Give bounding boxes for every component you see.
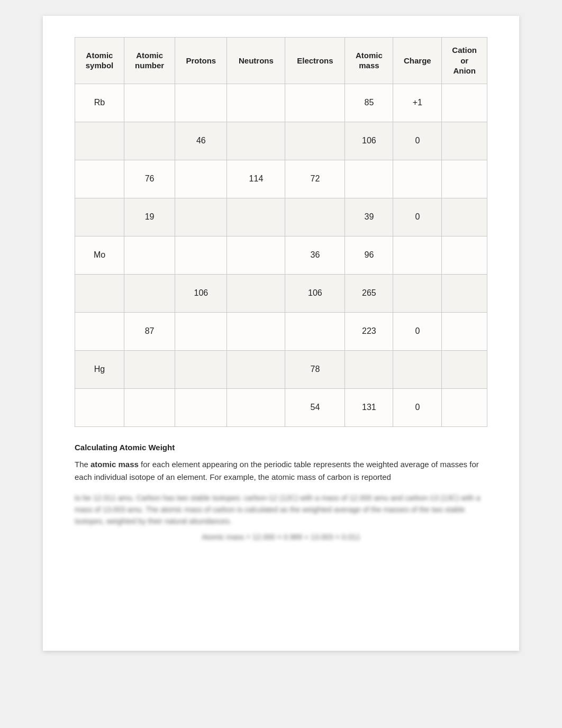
- cell-row4-col2: [175, 236, 227, 274]
- element-table: Atomicsymbol Atomicnumber Protons Neutro…: [75, 37, 487, 427]
- cell-row3-col5: 39: [345, 198, 393, 236]
- cell-row7-col4: 78: [285, 350, 345, 388]
- cell-row6-col5: 223: [345, 312, 393, 350]
- table-row: 541310: [75, 388, 487, 426]
- cell-row1-col6: 0: [393, 122, 442, 160]
- cell-row8-col4: 54: [285, 388, 345, 426]
- cell-row4-col6: [393, 236, 442, 274]
- cell-row1-col7: [442, 122, 487, 160]
- cell-row6-col2: [175, 312, 227, 350]
- cell-row0-col5: 85: [345, 84, 393, 122]
- cell-row5-col1: [124, 274, 175, 312]
- cell-row0-col4: [285, 84, 345, 122]
- cell-row2-col0: [75, 160, 124, 198]
- cell-row6-col3: [227, 312, 285, 350]
- cell-row2-col2: [175, 160, 227, 198]
- section-body: The atomic mass for each element appeari…: [75, 458, 487, 484]
- cell-row8-col3: [227, 388, 285, 426]
- table-wrapper: Atomicsymbol Atomicnumber Protons Neutro…: [75, 37, 487, 427]
- cell-row8-col5: 131: [345, 388, 393, 426]
- cell-row3-col0: [75, 198, 124, 236]
- col-header-charge: Charge: [393, 38, 442, 84]
- cell-row1-col0: [75, 122, 124, 160]
- cell-row4-col5: 96: [345, 236, 393, 274]
- cell-row5-col6: [393, 274, 442, 312]
- cell-row1-col3: [227, 122, 285, 160]
- cell-row1-col4: [285, 122, 345, 160]
- cell-row2-col5: [345, 160, 393, 198]
- cell-row0-col2: [175, 84, 227, 122]
- body-bold-text: atomic mass: [90, 460, 139, 469]
- cell-row5-col2: 106: [175, 274, 227, 312]
- col-header-cation-anion: CationorAnion: [442, 38, 487, 84]
- cell-row5-col4: 106: [285, 274, 345, 312]
- cell-row2-col7: [442, 160, 487, 198]
- cell-row8-col7: [442, 388, 487, 426]
- cell-row0-col0: Rb: [75, 84, 124, 122]
- cell-row1-col1: [124, 122, 175, 160]
- cell-row4-col3: [227, 236, 285, 274]
- cell-row7-col1: [124, 350, 175, 388]
- table-header-row: Atomicsymbol Atomicnumber Protons Neutro…: [75, 38, 487, 84]
- cell-row2-col3: 114: [227, 160, 285, 198]
- cell-row3-col3: [227, 198, 285, 236]
- cell-row0-col7: [442, 84, 487, 122]
- cell-row1-col5: 106: [345, 122, 393, 160]
- cell-row6-col0: [75, 312, 124, 350]
- cell-row3-col4: [285, 198, 345, 236]
- cell-row7-col3: [227, 350, 285, 388]
- cell-row4-col4: 36: [285, 236, 345, 274]
- cell-row3-col1: 19: [124, 198, 175, 236]
- cell-row6-col1: 87: [124, 312, 175, 350]
- cell-row7-col6: [393, 350, 442, 388]
- cell-row2-col6: [393, 160, 442, 198]
- table-row: Hg78: [75, 350, 487, 388]
- cell-row0-col3: [227, 84, 285, 122]
- section-title: Calculating Atomic Weight: [75, 443, 487, 452]
- blurred-formula: Atomic mass = 12.000 × 0.989 + 13.003 × …: [75, 533, 487, 541]
- cell-row5-col3: [227, 274, 285, 312]
- cell-row7-col2: [175, 350, 227, 388]
- cell-row5-col5: 265: [345, 274, 393, 312]
- table-row: 19390: [75, 198, 487, 236]
- cell-row6-col7: [442, 312, 487, 350]
- table-row: 872230: [75, 312, 487, 350]
- cell-row2-col1: 76: [124, 160, 175, 198]
- cell-row4-col1: [124, 236, 175, 274]
- cell-row5-col7: [442, 274, 487, 312]
- cell-row0-col1: [124, 84, 175, 122]
- table-row: Mo3696: [75, 236, 487, 274]
- col-header-electrons: Electrons: [285, 38, 345, 84]
- cell-row0-col6: +1: [393, 84, 442, 122]
- col-header-mass: Atomicmass: [345, 38, 393, 84]
- cell-row3-col7: [442, 198, 487, 236]
- cell-row2-col4: 72: [285, 160, 345, 198]
- body-intro-text: The: [75, 460, 90, 469]
- page-container: Atomicsymbol Atomicnumber Protons Neutro…: [43, 16, 519, 651]
- cell-row6-col6: 0: [393, 312, 442, 350]
- col-header-number: Atomicnumber: [124, 38, 175, 84]
- section-content: Calculating Atomic Weight The atomic mas…: [75, 443, 487, 541]
- table-row: 7611472: [75, 160, 487, 198]
- cell-row8-col2: [175, 388, 227, 426]
- table-row: Rb85+1: [75, 84, 487, 122]
- cell-row6-col4: [285, 312, 345, 350]
- cell-row7-col0: Hg: [75, 350, 124, 388]
- cell-row3-col6: 0: [393, 198, 442, 236]
- cell-row7-col5: [345, 350, 393, 388]
- col-header-protons: Protons: [175, 38, 227, 84]
- cell-row8-col6: 0: [393, 388, 442, 426]
- col-header-symbol: Atomicsymbol: [75, 38, 124, 84]
- cell-row8-col0: [75, 388, 124, 426]
- cell-row5-col0: [75, 274, 124, 312]
- cell-row4-col7: [442, 236, 487, 274]
- col-header-neutrons: Neutrons: [227, 38, 285, 84]
- cell-row1-col2: 46: [175, 122, 227, 160]
- cell-row3-col2: [175, 198, 227, 236]
- table-row: 461060: [75, 122, 487, 160]
- cell-row7-col7: [442, 350, 487, 388]
- table-row: 106106265: [75, 274, 487, 312]
- cell-row4-col0: Mo: [75, 236, 124, 274]
- blurred-paragraph: to be 12.011 amu. Carbon has two stable …: [75, 492, 487, 527]
- cell-row8-col1: [124, 388, 175, 426]
